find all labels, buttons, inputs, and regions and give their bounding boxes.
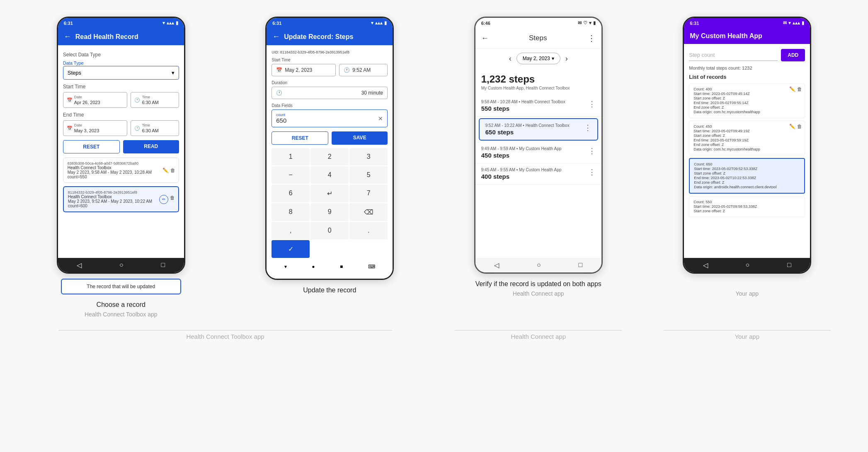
step-record-3[interactable]: 9:49 AM - 9:59 AM • My Custom Health App… — [475, 142, 601, 163]
phone1-label: Choose a record — [97, 301, 145, 309]
home-nav-btn[interactable]: ○ — [119, 261, 124, 269]
record2-count: count=600 — [68, 204, 174, 208]
recent-nav-btn[interactable]: □ — [161, 261, 165, 269]
step1-time: 9:58 AM - 10:28 AM • Health Connect Tool… — [481, 100, 565, 104]
key-confirm[interactable]: ✓ — [272, 240, 310, 258]
r2-end-offset: End zone offset: Z — [693, 143, 800, 147]
reset-button[interactable]: RESET — [63, 140, 120, 153]
wifi3-icon: ✉ — [578, 20, 582, 26]
steps-back-icon[interactable]: ← — [481, 34, 489, 43]
p2-reset-button[interactable]: RESET — [272, 131, 328, 145]
phone2-status-bar: 6:31 ▾ ▴▴▴ ▮ — [267, 18, 393, 28]
p3-home-nav[interactable]: ○ — [537, 261, 541, 269]
edit-circle-icon[interactable]: ✏ — [159, 195, 168, 204]
record-item-2[interactable]: 81184332-b329-4f05-8796-2e3913951ef8 Hea… — [63, 186, 179, 212]
key-3[interactable]: 3 — [349, 148, 388, 165]
key-enter[interactable]: ↵ — [310, 185, 349, 202]
edit-icon[interactable]: ✏️ — [162, 168, 169, 173]
delete-icon[interactable]: 🗑 — [170, 168, 175, 173]
phone3-label: Verify if the record is updated on both … — [475, 280, 601, 288]
monthly-total: Monthly total steps count: 1232 — [689, 66, 805, 70]
p2-start-date[interactable]: 📅 May 2, 2023 — [272, 64, 336, 76]
r3-end: End time: 2023-05-02T10:22:53.338Z — [694, 176, 800, 180]
phone2-header-title: Update Record: Steps — [284, 33, 353, 41]
p4-home-nav[interactable]: ○ — [746, 261, 750, 269]
key-8[interactable]: 8 — [272, 203, 310, 221]
key-1[interactable]: 1 — [272, 148, 310, 165]
end-time-field[interactable]: 🕐 Time 6:30 AM — [131, 120, 179, 136]
duration-field[interactable]: 🕐 30 minute — [272, 87, 388, 99]
start-time-field[interactable]: 🕐 Time 6:30 AM — [131, 92, 179, 108]
key-comma[interactable]: , — [272, 222, 310, 239]
key-dot[interactable]: . — [349, 222, 388, 239]
select-data-type-label: Select Data Type — [63, 52, 179, 58]
read-button[interactable]: READ — [123, 140, 179, 153]
key-dash[interactable]: − — [272, 166, 310, 184]
step2-more-icon[interactable]: ⋮ — [584, 123, 592, 132]
hc-label: Health Connect app — [511, 333, 566, 340]
card1-delete-icon[interactable]: 🗑 — [797, 86, 802, 92]
p3-back-nav[interactable]: ◁ — [494, 261, 499, 269]
key-7[interactable]: 7 — [349, 185, 388, 202]
clock-icon: 🕐 — [134, 97, 140, 103]
card1-edit-icon[interactable]: ✏️ — [789, 86, 795, 92]
duration-value: 30 minute — [361, 90, 383, 96]
total-steps-count: 1,232 steps — [481, 73, 596, 85]
p4-back-nav[interactable]: ◁ — [703, 261, 708, 269]
step1-more-icon[interactable]: ⋮ — [588, 100, 596, 109]
step-record-4[interactable]: 9:45 AM - 9:55 AM • My Custom Health App… — [475, 163, 601, 185]
key-0[interactable]: 0 — [310, 222, 349, 239]
steps-more-icon[interactable]: ⋮ — [587, 33, 596, 43]
step3-count: 450 steps — [481, 152, 562, 159]
record-card-1: ✏️ 🗑 Count: 400 Start time: 2023-05-02T0… — [689, 83, 805, 118]
start-date-field[interactable]: 📅 Date Apr 26, 2023 — [63, 92, 128, 108]
p2-save-button[interactable]: SAVE — [332, 131, 388, 145]
wifi2-icon: ▾ — [371, 20, 373, 26]
clear-btn-icon[interactable]: ✕ — [378, 115, 383, 122]
wifi-icon: ▾ — [162, 20, 165, 26]
step-count-input[interactable]: Step count — [689, 49, 778, 61]
phone4-status-bar: 6:31 ✉ ▾ ▴▴▴ ▮ — [684, 18, 810, 28]
p4-recent-nav[interactable]: □ — [787, 261, 791, 269]
start-time-value: 6:30 AM — [142, 100, 158, 105]
phone2: 6:31 ▾ ▴▴▴ ▮ ← Update Record: Steps UID:… — [265, 17, 394, 280]
key-2[interactable]: 2 — [310, 148, 349, 165]
key-9[interactable]: 9 — [310, 203, 349, 221]
back-arrow-icon[interactable]: ← — [64, 32, 71, 41]
back-nav-btn[interactable]: ◁ — [77, 261, 82, 269]
count-field[interactable]: count 650 ✕ — [272, 109, 388, 127]
record1-date: May 2 2023, 9:58 AM - May 2 2023, 10:28 … — [68, 170, 175, 175]
app3-type-label: Health Connect app — [513, 290, 564, 297]
date-chip[interactable]: May 2, 2023 ▾ — [516, 53, 560, 64]
record2-uid: 81184332-b329-4f05-8796-2e3913951ef8 — [68, 190, 174, 194]
card2-delete-icon[interactable]: 🗑 — [797, 124, 802, 129]
key-6[interactable]: 6 — [272, 185, 310, 202]
step-record-1[interactable]: 9:58 AM - 10:28 AM • Health Connect Tool… — [475, 95, 601, 117]
date-dropdown-icon: ▾ — [552, 56, 554, 61]
p3-recent-nav[interactable]: □ — [579, 261, 583, 269]
record-card-4: Count: 550 Start time: 2023-05-02T09:58:… — [689, 196, 805, 217]
key-4[interactable]: 4 — [310, 166, 349, 184]
step-record-2[interactable]: 9:52 AM - 10:22 AM • Health Connect Tool… — [479, 118, 598, 141]
phone4-header-title: My Custom Health App — [690, 32, 762, 40]
prev-date-icon[interactable]: ‹ — [509, 54, 512, 63]
p2-start-time[interactable]: 🕐 9:52 AM — [339, 64, 388, 76]
dropdown-chevron-icon: ▾ — [172, 70, 175, 76]
next-date-icon[interactable]: › — [565, 54, 568, 63]
back-arrow2-icon[interactable]: ← — [272, 32, 280, 41]
delete2-icon[interactable]: 🗑 — [170, 195, 175, 204]
battery2-icon: ▮ — [384, 20, 387, 26]
step3-more-icon[interactable]: ⋮ — [588, 146, 596, 156]
key-5[interactable]: 5 — [349, 166, 388, 184]
step4-more-icon[interactable]: ⋮ — [588, 168, 596, 177]
end-date-field[interactable]: 📅 Date May 3, 2023 — [63, 120, 128, 136]
data-type-dropdown[interactable]: Steps ▾ — [63, 66, 179, 80]
add-button[interactable]: ADD — [781, 49, 805, 61]
card2-edit-icon[interactable]: ✏️ — [789, 124, 795, 129]
r4-start-offset: Start zone offset: Z — [693, 209, 800, 213]
step3-time: 9:49 AM - 9:59 AM • My Custom Health App — [481, 146, 562, 151]
r1-origin: Data origin: com.hc.mycustomhealthapp — [693, 110, 800, 114]
r2-start-offset: Start zone offset: Z — [693, 134, 800, 138]
p2-start-time-val: 9:52 AM — [352, 67, 371, 73]
key-backspace[interactable]: ⌫ — [349, 203, 388, 221]
